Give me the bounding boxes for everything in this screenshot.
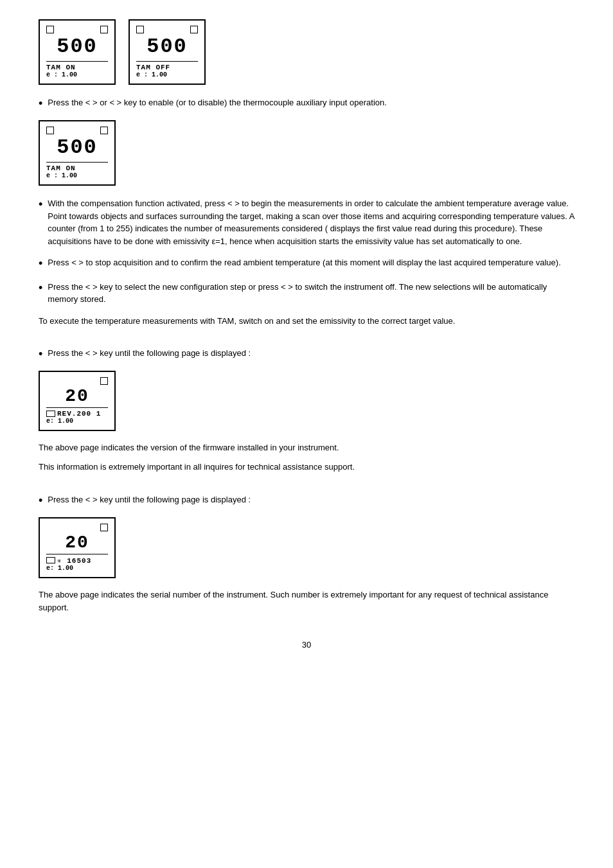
device-tam-on-mid: 500 TAM ON e : 1.00 bbox=[39, 120, 116, 186]
device-number-rev: 20 bbox=[46, 386, 108, 406]
page-content: 500 TAM ON e : 1.00 500 TAM OFF e : 1.00… bbox=[39, 19, 574, 650]
device-indicator-tl2 bbox=[136, 26, 144, 33]
device-emissivity-tam-off: e : 1.00 bbox=[136, 71, 198, 78]
device-group-top: 500 TAM ON e : 1.00 500 TAM OFF e : 1.00 bbox=[39, 19, 574, 85]
bullet-section-5: • Press the < > key until the following … bbox=[39, 347, 574, 362]
bullet-text-3: Press < > to stop acquisition and to con… bbox=[48, 256, 574, 269]
device-indicator-tr bbox=[100, 26, 108, 33]
bullet-section-6: • Press the < > key until the following … bbox=[39, 493, 574, 508]
device-label-tam-off: TAM OFF bbox=[136, 64, 170, 71]
paragraph-rev2: This information is extremely important … bbox=[39, 461, 574, 474]
device-emissivity-rev: e: 1.00 bbox=[46, 418, 108, 425]
bullet-text-6: Press the < > key until the following pa… bbox=[48, 493, 574, 506]
device-number-tam-off: 500 bbox=[136, 35, 198, 58]
bullet-text-4: Press the < > key to select the new conf… bbox=[48, 281, 574, 306]
bullet-dot-2: • bbox=[39, 197, 42, 212]
device-indicator-mid-tl bbox=[46, 127, 54, 134]
device-indicator-tl bbox=[46, 26, 54, 33]
device-indicator-serial-left bbox=[46, 557, 55, 563]
bullet-dot-5: • bbox=[39, 347, 42, 362]
device-label-rev: REV.200 1 bbox=[57, 410, 101, 418]
device-indicator-mid-tr bbox=[100, 127, 108, 134]
bullet-section-3: • Press < > to stop acquisition and to c… bbox=[39, 256, 574, 271]
paragraph-rev1: The above page indicates the version of … bbox=[39, 441, 574, 454]
bullet-dot-6: • bbox=[39, 493, 42, 508]
device-number-serial: 20 bbox=[46, 533, 108, 553]
device-serial: 20 ✳ 16503 e: 1.00 bbox=[39, 517, 116, 578]
bullet-text-1: Press the < > or < > key to enable (or t… bbox=[48, 96, 574, 109]
bullet-dot-1: • bbox=[39, 96, 42, 111]
bullet-text-5: Press the < > key until the following pa… bbox=[48, 347, 574, 360]
device-label-serial: ✳ 16503 bbox=[57, 556, 91, 565]
bullet-section-1: • Press the < > or < > key to enable (or… bbox=[39, 96, 574, 111]
paragraph-serial1: The above page indicates the serial numb… bbox=[39, 589, 574, 614]
device-label-mid: TAM ON bbox=[46, 164, 76, 172]
device-emissivity-serial: e: 1.00 bbox=[46, 565, 108, 572]
bullet-section-4: • Press the < > key to select the new co… bbox=[39, 281, 574, 306]
bullet-dot-3: • bbox=[39, 256, 42, 271]
device-tam-off: 500 TAM OFF e : 1.00 bbox=[129, 19, 206, 85]
device-indicator-rev-tr bbox=[100, 377, 108, 385]
device-rev: 20 REV.200 1 e: 1.00 bbox=[39, 371, 116, 431]
device-indicator-tr2 bbox=[190, 26, 198, 33]
device-number-mid: 500 bbox=[46, 136, 108, 159]
device-indicator-rev-left bbox=[46, 411, 55, 417]
device-emissivity-tam-on: e : 1.00 bbox=[46, 71, 108, 78]
device-number-tam-on: 500 bbox=[46, 35, 108, 58]
paragraph-tam: To execute the temperature measurements … bbox=[39, 315, 574, 328]
device-indicator-serial-tr bbox=[100, 524, 108, 531]
page-number: 30 bbox=[39, 640, 574, 650]
bullet-text-2: With the compensation function activated… bbox=[48, 197, 574, 247]
device-label-tam-on: TAM ON bbox=[46, 64, 76, 71]
bullet-section-2: • With the compensation function activat… bbox=[39, 197, 574, 247]
device-emissivity-mid: e : 1.00 bbox=[46, 172, 108, 179]
device-tam-on: 500 TAM ON e : 1.00 bbox=[39, 19, 116, 85]
bullet-dot-4: • bbox=[39, 281, 42, 296]
